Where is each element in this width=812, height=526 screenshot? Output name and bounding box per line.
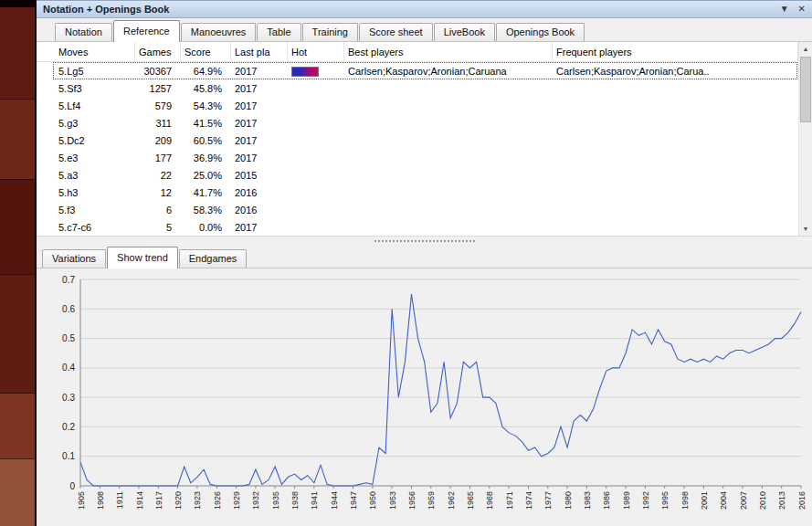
column-header-hot[interactable]: Hot: [288, 42, 344, 62]
svg-text:0.7: 0.7: [62, 275, 75, 285]
svg-text:1947: 1947: [349, 491, 358, 510]
cell-last: 2016: [231, 187, 288, 198]
cell-score: 54.3%: [181, 100, 231, 111]
cell-games: 177: [135, 153, 181, 163]
scroll-down-arrow-icon[interactable]: ▼: [799, 222, 812, 236]
app-screen: Notation + Openings Book ▼ ✕ NotationRef…: [0, 0, 812, 526]
cell-last: 2017: [231, 100, 288, 111]
cell-score: 36.9%: [181, 153, 231, 163]
chessboard-edge: [0, 0, 37, 526]
close-icon[interactable]: ✕: [798, 5, 806, 14]
cell-games: 30367: [135, 66, 181, 77]
column-header-games[interactable]: Games: [135, 42, 181, 62]
reference-table-pane: MovesGamesScoreLast plaHotBest playersFr…: [37, 42, 812, 236]
svg-text:1986: 1986: [602, 491, 611, 510]
svg-text:1908: 1908: [96, 491, 105, 510]
cell-last: 2017: [231, 222, 288, 233]
cell-last: 2015: [231, 170, 288, 181]
cell-last: 2017: [231, 153, 288, 163]
cell-move: 5.Sf3: [55, 83, 135, 94]
column-header-last-pla[interactable]: Last pla: [231, 42, 288, 62]
trend-chart-svg: 00.10.20.30.40.50.60.7190519081911191419…: [37, 268, 812, 526]
cell-move: 5.h3: [55, 187, 135, 198]
tab-manoeuvres[interactable]: Manoeuvres: [181, 23, 257, 41]
hot-indicator: [291, 67, 319, 77]
svg-text:1983: 1983: [583, 491, 592, 510]
cell-score: 25.0%: [181, 170, 231, 181]
cell-hot: [288, 65, 344, 77]
board-square: [0, 7, 35, 99]
svg-text:2001: 2001: [700, 491, 709, 510]
column-header-moves[interactable]: Moves: [55, 42, 135, 62]
svg-text:1965: 1965: [466, 491, 475, 510]
svg-text:1956: 1956: [407, 491, 417, 510]
tab-endgames[interactable]: Endgames: [179, 249, 248, 268]
table-row[interactable]: 5.g331141.5%2017: [37, 114, 812, 132]
board-square: [0, 274, 35, 393]
tab-openings-book[interactable]: Openings Book: [496, 23, 585, 41]
scrollbar-thumb[interactable]: [800, 57, 811, 122]
tab-show-trend[interactable]: Show trend: [107, 247, 178, 268]
board-square: [0, 393, 35, 458]
svg-text:1968: 1968: [485, 491, 494, 510]
tab-variations[interactable]: Variations: [42, 249, 106, 268]
notation-openings-window: Notation + Openings Book ▼ ✕ NotationRef…: [37, 0, 812, 526]
table-row[interactable]: 5.h31241.7%2016: [37, 184, 812, 201]
svg-text:0: 0: [69, 481, 75, 491]
titlebar-controls: ▼ ✕: [780, 5, 806, 14]
svg-text:1980: 1980: [564, 491, 573, 510]
dropdown-icon[interactable]: ▼: [780, 5, 789, 14]
cell-score: 0.0%: [181, 222, 231, 233]
tab-training[interactable]: Training: [302, 23, 358, 41]
svg-text:1959: 1959: [427, 491, 436, 510]
pane-titlebar: Notation + Openings Book ▼ ✕: [37, 0, 812, 18]
top-tabstrip: NotationReferenceManoeuvresTableTraining…: [37, 18, 812, 42]
column-header-best-players[interactable]: Best players: [344, 42, 553, 62]
svg-text:1929: 1929: [232, 491, 241, 510]
table-row[interactable]: 5.Sf3125745.8%2017: [37, 79, 812, 97]
tab-score-sheet[interactable]: Score sheet: [359, 23, 433, 41]
column-header-score[interactable]: Score: [181, 42, 231, 62]
table-row[interactable]: 5.Dc220960.5%2017: [37, 132, 812, 149]
tab-notation[interactable]: Notation: [55, 23, 112, 41]
cell-games: 209: [135, 135, 181, 146]
board-square: [0, 99, 35, 179]
cell-games: 22: [135, 170, 181, 181]
cell-last: 2017: [231, 83, 288, 94]
tab-table[interactable]: Table: [257, 23, 301, 41]
svg-text:1917: 1917: [154, 491, 163, 510]
svg-text:0.5: 0.5: [62, 333, 75, 343]
svg-text:1992: 1992: [641, 491, 650, 510]
svg-text:2004: 2004: [719, 491, 728, 510]
tab-livebook[interactable]: LiveBook: [434, 23, 495, 41]
vertical-scrollbar[interactable]: ▲ ▼: [798, 42, 812, 236]
table-row[interactable]: 5.c7-c650.0%2017: [37, 218, 812, 236]
cell-best: Carlsen;Kasparov;Aronian;Caruana: [344, 66, 553, 77]
cell-move: 5.Dc2: [55, 135, 135, 146]
tab-reference[interactable]: Reference: [113, 20, 180, 42]
cell-games: 311: [135, 118, 181, 129]
pane-splitter[interactable]: [37, 236, 812, 245]
svg-text:2007: 2007: [739, 491, 748, 510]
svg-text:1905: 1905: [77, 491, 86, 510]
cell-move: 5.g3: [55, 118, 135, 129]
column-header-frequent-players[interactable]: Frequent players: [553, 42, 798, 62]
svg-text:1998: 1998: [680, 491, 690, 510]
cell-score: 45.8%: [181, 83, 231, 94]
svg-text:1941: 1941: [310, 491, 319, 510]
table-row[interactable]: 5.a32225.0%2015: [37, 166, 812, 184]
table-row[interactable]: 5.Lf457954.3%2017: [37, 97, 812, 114]
scroll-up-arrow-icon[interactable]: ▲: [799, 42, 812, 56]
cell-move: 5.e3: [55, 153, 135, 163]
svg-text:1938: 1938: [290, 491, 300, 510]
splitter-grip-icon: [374, 240, 475, 242]
svg-text:2010: 2010: [758, 491, 767, 510]
cell-move: 5.Lf4: [55, 100, 135, 111]
table-row[interactable]: 5.e317736.9%2017: [37, 149, 812, 166]
svg-text:1953: 1953: [388, 491, 397, 510]
table-row[interactable]: 5.Lg53036764.9%2017Carlsen;Kasparov;Aron…: [37, 62, 812, 79]
table-body: 5.Lg53036764.9%2017Carlsen;Kasparov;Aron…: [37, 62, 812, 236]
table-row[interactable]: 5.f3658.3%2016: [37, 201, 812, 218]
svg-text:0.2: 0.2: [62, 422, 75, 432]
svg-text:1920: 1920: [174, 491, 183, 510]
